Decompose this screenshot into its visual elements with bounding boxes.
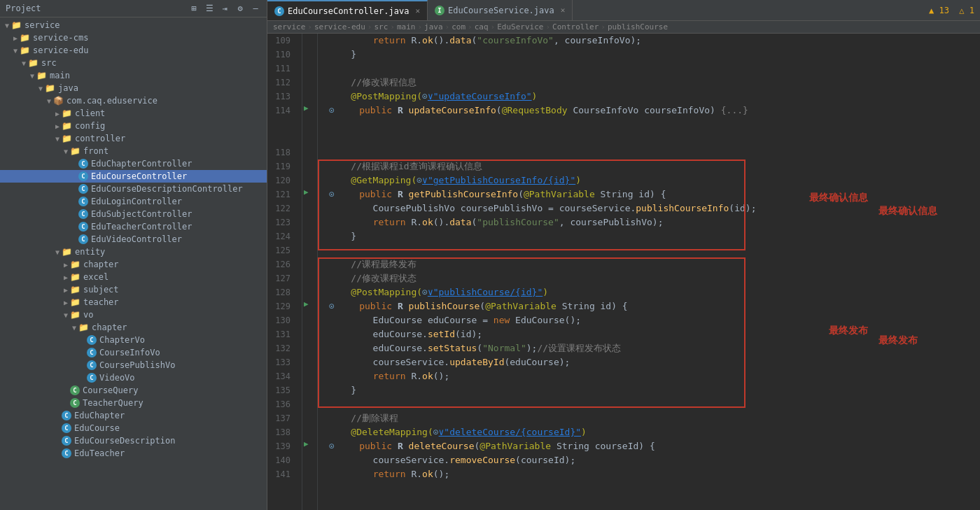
sidebar-label-EduChapterController: EduChapterController: [91, 159, 192, 169]
code-line-134: return R.ok();: [329, 369, 860, 383]
sidebar-item-excel[interactable]: ▶ 📁 excel: [0, 271, 267, 283]
sidebar-item-CourseInfoVo[interactable]: C CourseInfoVo: [0, 346, 267, 359]
sidebar-label-src: src: [41, 58, 57, 68]
sidebar-label-EduTeacherController: EduTeacherController: [91, 222, 192, 232]
sidebar-item-chapter[interactable]: ▶ 📁 chapter: [0, 258, 267, 271]
code-line-125: [329, 243, 860, 257]
sidebar-label-vo: vo: [83, 310, 93, 320]
breadcrumb: com: [451, 22, 465, 31]
sidebar-item-front[interactable]: ▼ 📁 front: [0, 145, 267, 157]
sidebar-toolbar: Project ⊞ ☰ ⇥ ⚙ —: [0, 0, 267, 17]
breadcrumb: caq: [475, 22, 489, 31]
sidebar-label-TeacherQuery: TeacherQuery: [83, 398, 144, 408]
sidebar-item-service-cms[interactable]: ▶ 📁 service-cms: [0, 31, 267, 44]
sidebar-item-service-edu[interactable]: ▼ 📁 service-edu: [0, 44, 267, 57]
run-icon-129[interactable]: ▶: [304, 299, 309, 309]
sidebar-item-client[interactable]: ▶ 📁 client: [0, 107, 267, 120]
run-icon-114[interactable]: ▶: [304, 104, 309, 113]
close-icon[interactable]: —: [250, 3, 261, 14]
project-title: Project: [6, 3, 184, 13]
breadcrumb: EduService: [497, 22, 543, 31]
sidebar-item-vo[interactable]: ▼ 📁 vo: [0, 309, 267, 321]
code-line-113: @PostMapping(⊙∨"updateCourseInfo"): [329, 90, 860, 104]
gutter: ▶ ▶ ▶ ▶: [302, 34, 318, 510]
sidebar-label-EduCourseDescription: EduCourseDescription: [74, 436, 176, 446]
sidebar-item-teacher[interactable]: ▶ 📁 teacher: [0, 296, 267, 309]
sidebar-item-EduVideoController[interactable]: C EduVideoController: [0, 233, 267, 246]
sidebar-item-EduSubjectController[interactable]: C EduSubjectController: [0, 208, 267, 220]
sidebar-item-EduCourseController[interactable]: C EduCourseController: [0, 170, 267, 183]
sidebar-item-EduChapter[interactable]: C EduChapter: [0, 409, 267, 422]
tab-EduCourseController[interactable]: C EduCourseController.java ✕: [267, 0, 428, 20]
sidebar-item-VideoVo[interactable]: C VideoVo: [0, 371, 267, 384]
sidebar-item-EduTeacher[interactable]: C EduTeacher: [0, 447, 267, 460]
code-line-129: ⊙ public R publishCourse(@PathVariable S…: [329, 299, 860, 313]
sidebar-label-front: front: [83, 146, 108, 156]
expand-icon[interactable]: ⇥: [219, 3, 230, 14]
breadcrumb-bar: service › service-edu › src › main › jav…: [267, 21, 980, 34]
layout-icon[interactable]: ⊞: [188, 3, 200, 14]
sidebar-label-ChapterVo: ChapterVo: [99, 335, 145, 345]
sidebar-item-EduCourseDescription[interactable]: C EduCourseDescription: [0, 434, 267, 447]
breadcrumb: service: [273, 22, 305, 31]
code-line-118: [329, 146, 860, 160]
annotations-panel: 最终确认信息 最终发布: [872, 34, 980, 510]
sidebar-item-java[interactable]: ▼ 📁 java: [0, 82, 267, 94]
sidebar-label-client: client: [75, 108, 105, 118]
tab-close-controller[interactable]: ✕: [415, 6, 420, 15]
sidebar-label-EduCourseController: EduCourseController: [91, 171, 187, 181]
sidebar-item-EduChapterController[interactable]: C EduChapterController: [0, 157, 267, 170]
code-line-119: //根据课程id查询课程确认信息: [329, 160, 860, 173]
breadcrumb: Controller: [552, 22, 598, 31]
sidebar-label-EduCourseDescriptionController: EduCourseDescriptionController: [91, 184, 243, 194]
sidebar-item-CoursePublishVo[interactable]: C CoursePublishVo: [0, 359, 267, 371]
sidebar-item-TeacherQuery[interactable]: C TeacherQuery: [0, 397, 267, 409]
tab-close-service[interactable]: ✕: [561, 6, 566, 15]
code-line-132: eduCourse.setStatus("Normal");//设置课程发布状态: [329, 341, 860, 355]
code-line-141: return R.ok();: [329, 467, 860, 481]
collapse-all-icon[interactable]: ☰: [204, 3, 215, 14]
settings-icon[interactable]: ⚙: [234, 3, 246, 14]
run-icon-139[interactable]: ▶: [304, 439, 309, 448]
sidebar-item-EduLoginController[interactable]: C EduLoginController: [0, 195, 267, 208]
run-icon-121[interactable]: ▶: [304, 187, 309, 197]
annotation-confirm: 最终确认信息: [878, 205, 937, 218]
sidebar-item-CourseQuery[interactable]: C CourseQuery: [0, 384, 267, 397]
sidebar-item-EduCourseDescriptionController[interactable]: C EduCourseDescriptionController: [0, 183, 267, 195]
sidebar-item-EduCourse[interactable]: C EduCourse: [0, 422, 267, 434]
tab-label-service: EduCourseService.java: [448, 6, 554, 15]
sidebar-label-excel: excel: [83, 272, 108, 282]
sidebar-label-CourseInfoVo: CourseInfoVo: [99, 348, 160, 357]
line-numbers: 109 110 111 112 113 114 118 119 120 121 …: [267, 34, 302, 510]
sidebar-label-java: java: [58, 83, 78, 93]
code-line-136: [329, 397, 860, 411]
annotation-publish: 最终发布: [878, 334, 918, 347]
code-content[interactable]: 最终确认信息 最终发布 return R.ok().data("courseIn…: [318, 34, 872, 510]
sidebar-item-entity[interactable]: ▼ 📁 entity: [0, 246, 267, 258]
code-line-109: return R.ok().data("courseInfoVo", cours…: [329, 34, 860, 48]
sidebar-item-EduTeacherController[interactable]: C EduTeacherController: [0, 220, 267, 233]
sidebar-item-main[interactable]: ▼ 📁 main: [0, 69, 267, 82]
sidebar-label-service-edu: service-edu: [33, 45, 88, 55]
sidebar-item-ChapterVo[interactable]: C ChapterVo: [0, 334, 267, 346]
sidebar-label-EduVideoController: EduVideoController: [91, 234, 182, 244]
code-line-140: courseService.removeCourse(courseId);: [329, 453, 860, 467]
tab-EduCourseService[interactable]: I EduCourseService.java ✕: [428, 0, 573, 20]
sidebar-item-package[interactable]: ▼ 📦 com.caq.eduservice: [0, 94, 267, 107]
sidebar-label-service-cms: service-cms: [33, 33, 88, 43]
sidebar-item-controller[interactable]: ▼ 📁 controller: [0, 132, 267, 145]
sidebar-item-vo-chapter[interactable]: ▼ 📁 chapter: [0, 321, 267, 334]
editor-main: C EduCourseController.java ✕ I EduCourse…: [267, 0, 980, 510]
code-line-122: CoursePublishVo coursePublishVo = course…: [329, 201, 860, 215]
breadcrumb: main: [397, 22, 416, 31]
sidebar-item-service[interactable]: ▼ 📁 service: [0, 19, 267, 31]
sidebar-label-config: config: [75, 121, 105, 131]
sidebar-label-teacher: teacher: [83, 297, 119, 307]
sidebar-label-EduCourse: EduCourse: [74, 423, 120, 433]
code-line-gap2: [329, 132, 860, 146]
sidebar-item-config[interactable]: ▶ 📁 config: [0, 120, 267, 132]
sidebar-item-subject[interactable]: ▶ 📁 subject: [0, 283, 267, 296]
sidebar-label-service: service: [24, 20, 60, 30]
sidebar-item-src[interactable]: ▼ 📁 src: [0, 57, 267, 69]
sidebar-label-CoursePublishVo: CoursePublishVo: [99, 360, 175, 370]
